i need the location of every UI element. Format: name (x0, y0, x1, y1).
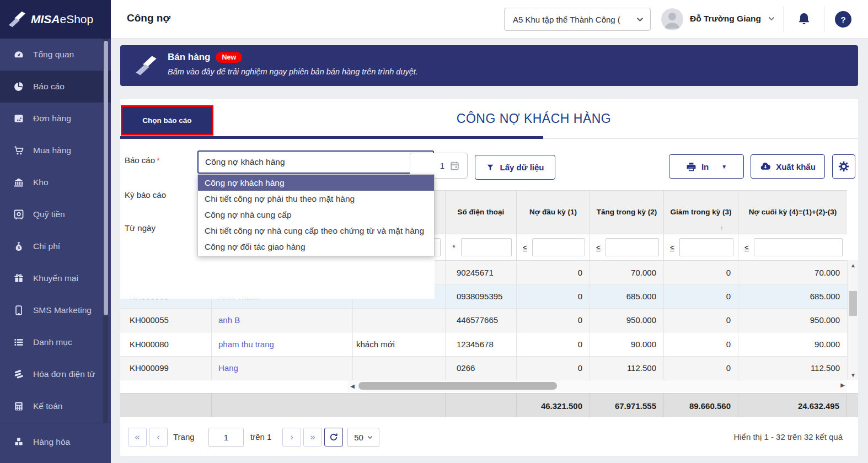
totals-empty (120, 394, 212, 418)
customer-name-link[interactable]: Hang (218, 363, 238, 373)
report-type-select[interactable]: Công nợ khách hàng (197, 150, 434, 174)
sidebar-item-e-invoice[interactable]: Hóa đơn điện tử (0, 358, 111, 390)
column-header-decrease[interactable]: Giảm trong kỳ (3) ↑ (664, 191, 738, 234)
filter-input-increase[interactable] (606, 238, 659, 256)
filter-input-closing[interactable] (754, 238, 843, 256)
totals-empty (212, 394, 446, 418)
report-option[interactable]: Chi tiết công nợ nhà cung cấp theo chứng… (198, 223, 434, 239)
scroll-left-icon[interactable]: ◀ (347, 383, 357, 389)
filter-operator[interactable]: ≤ (668, 243, 676, 252)
help-icon[interactable]: ? (835, 11, 851, 28)
filter-cell-phone: * (446, 234, 517, 261)
misa-logo-icon (8, 10, 26, 29)
totals-decrease: 89.660.560 (664, 394, 738, 418)
table-row[interactable]: KH000080pham thu trangkhách mới123456780… (120, 332, 847, 356)
export-button[interactable]: Xuất khẩu (751, 154, 825, 179)
vertical-scrollbar[interactable]: ▲ ▼ (847, 260, 858, 380)
filter-input-phone[interactable] (461, 238, 512, 256)
sidebar-scrollbar-thumb[interactable] (104, 41, 108, 315)
horizontal-scrollbar[interactable]: ◀ ▶ (347, 380, 847, 392)
report-option[interactable]: Công nợ khách hàng (198, 175, 434, 191)
customer-name-link[interactable]: anh B (218, 315, 240, 325)
safe-icon (13, 209, 24, 220)
vertical-scrollbar-thumb[interactable] (849, 291, 857, 316)
sidebar-item-boxes[interactable]: Hàng hóa (0, 426, 111, 459)
settings-button[interactable] (832, 154, 855, 179)
opening-debt-cell: 0 (517, 284, 590, 308)
sidebar-item-pie-chart[interactable]: Báo cáo (0, 71, 111, 103)
sidebar-item-calculator[interactable]: Kế toán (0, 390, 111, 422)
filter-input-decrease[interactable] (679, 238, 733, 256)
customer-name-cell: anh B (212, 309, 353, 332)
store-selector[interactable]: A5 Khu tập thể Thành Công ( (504, 8, 651, 31)
closing-debt-cell: 90.000 (738, 332, 847, 356)
sidebar-item-dashboard[interactable]: Tổng quan (0, 39, 111, 71)
dashboard-icon (13, 49, 24, 60)
filter-operator[interactable]: ≤ (521, 243, 529, 252)
notifications-bell-icon[interactable] (796, 12, 812, 27)
print-button[interactable]: In ▼ (669, 154, 744, 179)
refresh-button[interactable] (324, 428, 343, 446)
app-logo[interactable]: MISAeShop (0, 0, 111, 39)
page-size-select[interactable]: 50 (347, 428, 379, 447)
decrease-cell: 0 (664, 357, 738, 380)
increase-cell: 950.000 (590, 309, 664, 332)
list-icon (13, 337, 24, 348)
results-summary: Hiển thị 1 - 32 trên 32 kết quả (733, 432, 843, 442)
e-invoice-icon (13, 369, 24, 380)
report-option[interactable]: Công nợ đối tác giao hàng (198, 239, 434, 255)
scroll-up-icon[interactable]: ▲ (848, 260, 859, 270)
next-page-button[interactable]: › (282, 428, 301, 446)
sidebar-item-warehouse[interactable]: Kho (0, 166, 111, 198)
horizontal-scrollbar-thumb[interactable] (358, 382, 557, 390)
filter-cell-decrease: ≤ (664, 234, 738, 261)
customer-name-link[interactable]: pham thu trang (218, 340, 274, 349)
money-bag-icon: $ (13, 241, 24, 252)
help-mark: ? (840, 15, 845, 24)
sort-ascending-icon[interactable]: ↑ (720, 223, 724, 234)
column-header-opening-debt[interactable]: Nợ đầu kỳ (1) (517, 191, 590, 234)
scroll-right-icon[interactable]: ▶ (840, 382, 845, 388)
refresh-icon (329, 432, 339, 442)
sidebar-item-orders[interactable]: Đơn hàng (0, 103, 111, 134)
filter-operator[interactable]: ≤ (594, 243, 602, 252)
phone-cell: 0266 (446, 357, 517, 380)
divider (824, 7, 825, 32)
column-header-increase[interactable]: Tăng trong kỳ (2) (590, 191, 664, 234)
report-option[interactable]: Chi tiết công nợ phải thu theo mặt hàng (198, 191, 434, 207)
get-data-button[interactable]: Lấy dữ liệu (475, 155, 555, 180)
table-row[interactable]: KH000099Hang02660112.5000112.500 (120, 357, 847, 380)
sidebar-item-money-bag[interactable]: $Chi phí (0, 230, 111, 262)
column-header-closing-debt[interactable]: Nợ cuối kỳ (4)=(1)+(2)-(3) (738, 191, 847, 234)
page-number-input[interactable] (208, 428, 244, 447)
sidebar-item-list[interactable]: Danh mục (0, 326, 111, 358)
table-row[interactable]: KH000055anh B4465776650950.0000950.000 (120, 309, 847, 332)
sidebar-item-gift[interactable]: Khuyến mại (0, 262, 111, 294)
scroll-down-icon[interactable]: ▼ (848, 370, 859, 380)
last-page-button[interactable]: » (303, 428, 322, 446)
choose-report-button[interactable]: Chọn báo cáo (122, 107, 212, 134)
sales-banner[interactable]: Bán hàng New Bấm vào đây để trải nghiệm … (120, 45, 858, 86)
sidebar-item-phone[interactable]: SMS Marketing (0, 294, 111, 326)
column-header-phone[interactable]: Số điện thoại (446, 191, 517, 234)
filter-operator[interactable]: ≤ (743, 243, 751, 252)
user-menu-chevron-icon[interactable] (768, 17, 775, 21)
sidebar-item-safe[interactable]: Quỹ tiền (0, 198, 111, 230)
misa-logo-icon (135, 54, 158, 77)
filter-cell-increase: ≤ (590, 234, 664, 261)
opening-debt-cell: 0 (517, 357, 590, 380)
first-page-button[interactable]: « (128, 428, 147, 446)
warehouse-icon (13, 177, 24, 188)
sidebar-item-cart[interactable]: Mua hàng (0, 134, 111, 166)
gift-icon (13, 273, 24, 284)
phone-cell: 0938095395 (446, 284, 517, 308)
filter-operator[interactable]: * (450, 243, 458, 252)
user-name[interactable]: Đỗ Trường Giang (690, 14, 761, 24)
banner-subtitle: Bấm vào đây để trải nghiệm ngay phiên bả… (168, 67, 418, 76)
totals-opening: 46.321.500 (517, 394, 590, 418)
report-option[interactable]: Công nợ nhà cung cấp (198, 207, 434, 223)
previous-page-button[interactable]: ‹ (149, 428, 168, 446)
avatar[interactable] (661, 8, 683, 30)
divider (783, 7, 784, 32)
filter-input-opening[interactable] (532, 238, 585, 256)
